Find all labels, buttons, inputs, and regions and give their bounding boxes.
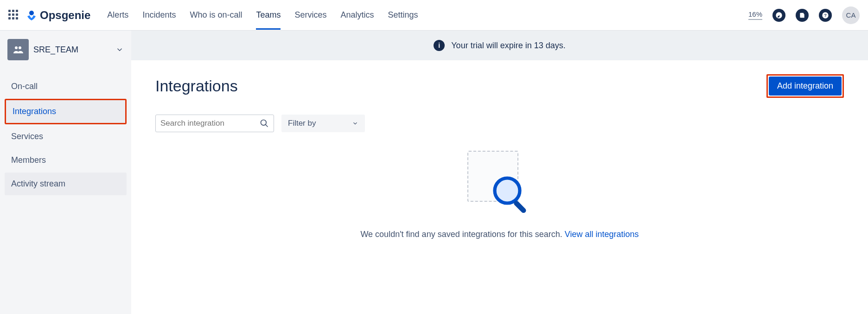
whatsnew-icon[interactable] [796,9,809,22]
team-selector[interactable]: SRE_TEAM [5,35,127,64]
magnifier-icon [491,174,532,216]
nav-teams[interactable]: Teams [256,1,281,30]
page-title: Integrations [155,77,238,95]
svg-point-7 [261,120,267,126]
team-icon [7,39,29,60]
filter-by-dropdown[interactable]: Filter by [281,115,365,132]
svg-point-5 [15,46,18,49]
empty-illustration [467,151,532,216]
view-all-link[interactable]: View all integrations [565,230,639,239]
svg-point-6 [19,46,21,49]
banner-text: Your trial will expire in 13 days. [451,41,565,51]
nav-incidents[interactable]: Incidents [142,1,176,30]
info-icon: i [434,40,445,51]
main: i Your trial will expire in 13 days. Int… [131,31,868,314]
sidebar-item-integrations[interactable]: Integrations [5,99,127,124]
svg-rect-2 [803,14,804,18]
chevron-down-icon [352,120,358,127]
opsgenie-icon [26,10,37,21]
svg-rect-10 [513,200,527,214]
svg-point-0 [29,11,34,15]
nav-alerts[interactable]: Alerts [107,1,128,30]
content: Integrations Add integration Filter by [131,60,868,314]
sidebar: SRE_TEAM On-call Integrations Services M… [0,31,131,314]
nav-services[interactable]: Services [294,1,326,30]
svg-point-9 [495,178,520,203]
add-integration-button[interactable]: Add integration [769,77,842,96]
avatar[interactable]: CA [842,6,860,24]
empty-text-row: We couldn't find any saved integrations … [155,230,844,239]
sidebar-item-services[interactable]: Services [5,125,127,148]
app-switcher-icon[interactable] [8,10,19,21]
brand-name: Opsgenie [40,9,90,22]
svg-line-8 [266,125,268,127]
search-integration[interactable] [155,115,274,132]
nav-links: Alerts Incidents Who is on-call Teams Se… [107,1,418,30]
explore-icon[interactable] [772,9,785,22]
nav-analytics[interactable]: Analytics [341,1,374,30]
sidebar-item-members[interactable]: Members [5,149,127,172]
svg-text:?: ? [824,13,827,18]
add-integration-highlight: Add integration [766,74,844,98]
trial-banner: i Your trial will expire in 13 days. [131,31,868,60]
empty-message: We couldn't find any saved integrations … [360,230,564,239]
chevron-down-icon [115,45,124,54]
nav-right: 16% ? CA [748,6,860,24]
sidebar-item-activity[interactable]: Activity stream [5,173,127,195]
empty-state: We couldn't find any saved integrations … [155,151,844,239]
sidebar-item-oncall[interactable]: On-call [5,75,127,98]
top-nav: Opsgenie Alerts Incidents Who is on-call… [0,0,868,31]
nav-settings[interactable]: Settings [388,1,418,30]
filter-label: Filter by [288,119,316,128]
search-icon [260,119,269,128]
help-icon[interactable]: ? [819,9,832,22]
brand-logo[interactable]: Opsgenie [26,9,90,22]
setup-progress[interactable]: 16% [748,10,762,20]
team-name: SRE_TEAM [33,45,111,55]
nav-oncall[interactable]: Who is on-call [190,1,242,30]
search-input[interactable] [160,119,260,128]
